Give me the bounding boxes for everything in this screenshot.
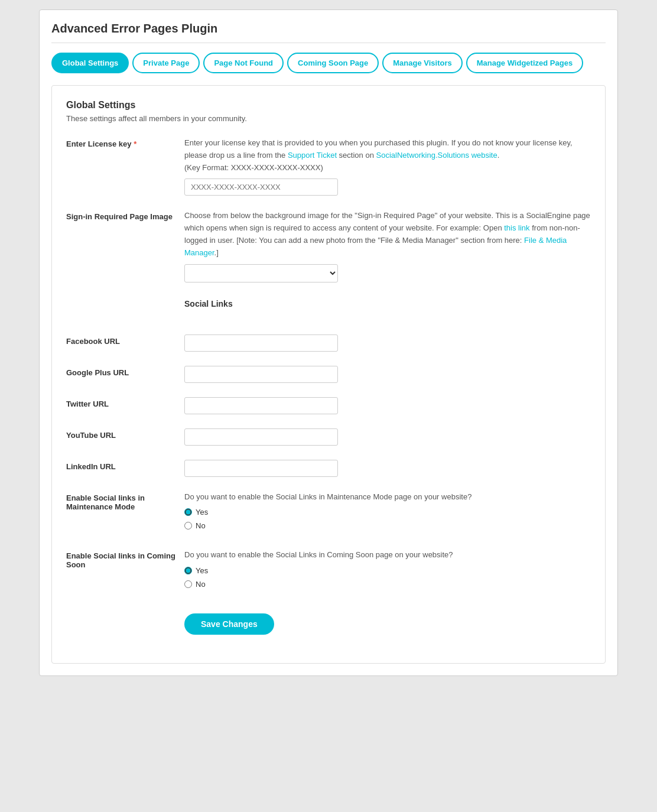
- coming-soon-no-radio[interactable]: [184, 580, 192, 588]
- tabs-bar: Global Settings Private Page Page Not Fo…: [51, 53, 606, 73]
- maintenance-yes-label[interactable]: Yes: [184, 508, 591, 517]
- save-field: Save Changes: [184, 608, 591, 635]
- twitter-url-label: Twitter URL: [66, 397, 184, 408]
- linkedin-url-field: [184, 460, 591, 477]
- google-plus-url-field: [184, 366, 591, 383]
- enable-maintenance-field: Do you want to enable the Social Links i…: [184, 491, 591, 535]
- tab-manage-widgetized-pages[interactable]: Manage Widgetized Pages: [466, 53, 583, 73]
- required-marker: *: [134, 139, 136, 148]
- maintenance-radio-group: Yes No: [184, 508, 591, 530]
- enable-maintenance-row: Enable Social links in Maintenance Mode …: [66, 491, 591, 535]
- coming-soon-radio-group: Yes No: [184, 566, 591, 589]
- linkedin-url-label: LinkedIn URL: [66, 460, 184, 471]
- coming-soon-yes-radio[interactable]: [184, 567, 192, 574]
- license-key-input[interactable]: [184, 178, 338, 196]
- section-title: Global Settings: [66, 100, 591, 111]
- social-links-label-empty: [66, 297, 184, 299]
- save-changes-button[interactable]: Save Changes: [184, 613, 274, 635]
- youtube-url-input[interactable]: [184, 428, 338, 446]
- enable-coming-soon-label: Enable Social links in Coming Soon: [66, 549, 184, 569]
- signin-image-label: Sign-in Required Page Image: [66, 210, 184, 221]
- twitter-url-input[interactable]: [184, 397, 338, 414]
- license-key-field: Enter your license key that is provided …: [184, 137, 591, 196]
- social-links-field: Social Links: [184, 297, 591, 320]
- page-wrapper: Advanced Error Pages Plugin Global Setti…: [39, 9, 618, 676]
- linkedin-url-row: LinkedIn URL: [66, 460, 591, 477]
- maintenance-no-radio[interactable]: [184, 522, 192, 530]
- facebook-url-label: Facebook URL: [66, 334, 184, 346]
- save-changes-row: Save Changes: [66, 608, 591, 635]
- facebook-url-row: Facebook URL: [66, 334, 591, 352]
- sns-link[interactable]: SocialNetworking.Solutions website: [376, 151, 497, 160]
- youtube-url-row: YouTube URL: [66, 428, 591, 446]
- this-link[interactable]: this link: [504, 223, 529, 232]
- social-links-heading: Social Links: [184, 297, 591, 308]
- signin-image-desc: Choose from below the background image f…: [184, 210, 591, 259]
- facebook-url-input[interactable]: [184, 334, 338, 352]
- enable-coming-soon-field: Do you want to enable the Social Links i…: [184, 549, 591, 593]
- google-plus-url-input[interactable]: [184, 366, 338, 383]
- enable-maintenance-desc: Do you want to enable the Social Links i…: [184, 491, 591, 504]
- google-plus-url-row: Google Plus URL: [66, 366, 591, 383]
- twitter-url-field: [184, 397, 591, 414]
- save-label-empty: [66, 608, 184, 610]
- tab-page-not-found[interactable]: Page Not Found: [203, 53, 284, 73]
- section-desc: These settings affect all members in you…: [66, 114, 591, 123]
- tab-coming-soon-page[interactable]: Coming Soon Page: [287, 53, 379, 73]
- google-plus-url-label: Google Plus URL: [66, 366, 184, 377]
- signin-image-field: Choose from below the background image f…: [184, 210, 591, 282]
- signin-image-row: Sign-in Required Page Image Choose from …: [66, 210, 591, 282]
- license-key-label: Enter License key *: [66, 137, 184, 148]
- license-key-row: Enter License key * Enter your license k…: [66, 137, 591, 196]
- twitter-url-row: Twitter URL: [66, 397, 591, 414]
- enable-coming-soon-row: Enable Social links in Coming Soon Do yo…: [66, 549, 591, 593]
- page-title: Advanced Error Pages Plugin: [51, 22, 606, 43]
- facebook-url-field: [184, 334, 591, 352]
- coming-soon-no-label[interactable]: No: [184, 580, 591, 589]
- enable-coming-soon-desc: Do you want to enable the Social Links i…: [184, 549, 591, 561]
- youtube-url-field: [184, 428, 591, 446]
- coming-soon-yes-label[interactable]: Yes: [184, 566, 591, 575]
- content-box: Global Settings These settings affect al…: [51, 85, 606, 664]
- tab-global-settings[interactable]: Global Settings: [51, 53, 129, 73]
- linkedin-url-input[interactable]: [184, 460, 338, 477]
- license-key-desc: Enter your license key that is provided …: [184, 137, 591, 174]
- support-ticket-link[interactable]: Support Ticket: [288, 151, 337, 160]
- signin-image-select[interactable]: [184, 264, 338, 282]
- tab-manage-visitors[interactable]: Manage Visitors: [382, 53, 462, 73]
- youtube-url-label: YouTube URL: [66, 428, 184, 440]
- social-links-row: Social Links: [66, 297, 591, 320]
- maintenance-yes-radio[interactable]: [184, 508, 192, 516]
- maintenance-no-label[interactable]: No: [184, 521, 591, 530]
- tab-private-page[interactable]: Private Page: [132, 53, 200, 73]
- enable-maintenance-label: Enable Social links in Maintenance Mode: [66, 491, 184, 511]
